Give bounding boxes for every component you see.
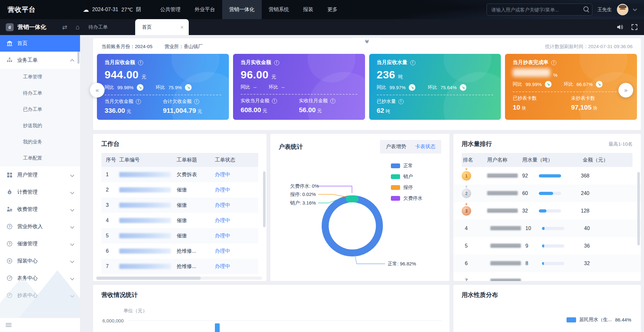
sidebar-item-non-operating-income[interactable]: ? 营业外收入 <box>0 218 80 235</box>
fullscreen-icon[interactable] <box>631 24 638 30</box>
tab-card-meter-status[interactable]: 卡表状态 <box>415 143 435 150</box>
workorder-row[interactable]: 4 催缴 办理中 <box>101 213 258 228</box>
close-icon[interactable]: × <box>180 25 184 30</box>
collapse-panel-button[interactable] <box>353 38 381 44</box>
yoy-value: 99.98% <box>117 85 134 90</box>
info-icon[interactable]: ! <box>136 99 141 104</box>
trend-down-icon: ↘ <box>596 81 603 88</box>
user-name[interactable]: 王先生 <box>597 7 612 13</box>
sidebar-item-business-orders[interactable]: 业务工单 <box>0 52 80 69</box>
info-icon[interactable]: ! <box>272 98 277 104</box>
vertical-scrollbar[interactable] <box>637 172 640 245</box>
status-link[interactable]: 办理中 <box>215 263 250 270</box>
carousel-prev-button[interactable]: « <box>90 83 105 97</box>
weather-temp: 27℃ <box>121 7 133 13</box>
sidebar-item-billing-mgmt[interactable]: 计费管理 <box>0 184 80 201</box>
legend-item-closed[interactable]: 销户 <box>391 173 422 180</box>
search-input[interactable] <box>487 4 592 16</box>
donut-segment-normal[interactable] <box>325 199 379 253</box>
legend-item-suspended[interactable]: 报停 <box>391 184 422 191</box>
workorder-row[interactable]: 7 抢维修... 办理中 <box>101 259 258 274</box>
info-icon[interactable]: ! <box>274 60 279 65</box>
meter-tabs: 户表增势 卡表状态 <box>380 140 441 154</box>
sidebar-item-meter-reading-center[interactable]: 抄表中心 <box>0 287 80 304</box>
info-icon[interactable]: ! <box>551 60 556 65</box>
status-link[interactable]: 办理中 <box>215 233 250 239</box>
info-icon[interactable]: ! <box>410 60 415 65</box>
status-link[interactable]: 办理中 <box>215 248 250 255</box>
callout-normal: 正常: 96.82% <box>388 261 416 266</box>
module-logo: 6 <box>6 23 14 31</box>
chevron-down-icon <box>70 173 74 177</box>
usage-bar <box>542 262 573 265</box>
card-received-amount: 当月实收金额! 96.00元 同比-- 环比-- 实收当月金额! 608.00元… <box>233 54 365 120</box>
nav-item-install[interactable]: 报装 <box>296 0 320 19</box>
chevron-down-icon <box>70 276 74 280</box>
status-link[interactable]: 办理中 <box>215 217 250 224</box>
sidebar-item-user-mgmt[interactable]: 用户管理 <box>0 166 80 184</box>
sidebar-item-home[interactable]: 首页 <box>0 35 80 52</box>
sidebar-subitem-done-orders[interactable]: 已办工单 <box>0 101 80 118</box>
status-link[interactable]: 办理中 <box>215 202 250 209</box>
legend-item-normal[interactable]: 正常 <box>391 162 422 170</box>
status-link[interactable]: 办理中 <box>215 171 250 178</box>
search-icon[interactable] <box>583 6 589 11</box>
trend-down-icon: ↘ <box>409 84 415 91</box>
tab-bar: 6 营销一体化 ⇄ ⌂ 待办工单 首页 × <box>0 19 644 35</box>
redacted-value <box>513 69 550 77</box>
legend-item-arrears-shutoff[interactable]: 欠费停水 <box>391 194 422 202</box>
nav-item-marketing-integration[interactable]: 营销一体化 <box>222 0 262 19</box>
water-nature-panel: 用水性质分布 居民用水（生... 86.44% <box>453 285 641 332</box>
info-icon[interactable]: ! <box>330 98 335 104</box>
ranking-row: ♛3 32 128 <box>462 202 633 220</box>
carousel-next-button[interactable]: » <box>618 83 633 97</box>
tab-meter-growth[interactable]: 户表增势 <box>386 143 406 150</box>
card-value: 96.00 <box>241 69 269 81</box>
weather-condition: 阴 <box>136 6 141 13</box>
workorder-row[interactable]: 1 欠费拆表 办理中 <box>101 167 258 182</box>
nav-item-public-mgmt[interactable]: 公共管理 <box>153 0 188 19</box>
info-icon[interactable]: ! <box>194 99 199 104</box>
tab-home[interactable]: 首页 × <box>135 19 189 35</box>
revenue-bar[interactable] <box>215 323 220 332</box>
card-unit: % <box>553 72 558 78</box>
collapse-menu-icon[interactable] <box>6 323 11 324</box>
nav-item-field-platform[interactable]: 外业平台 <box>188 0 222 19</box>
speaker-icon[interactable] <box>617 24 624 30</box>
vertical-scrollbar[interactable] <box>263 171 266 227</box>
sidebar-item-collection-mgmt[interactable]: ? 催缴管理 <box>0 235 80 252</box>
avatar[interactable] <box>617 4 628 15</box>
ranking-table-header: 排名 用户名称 用水量（吨） 金额（元） <box>462 153 633 167</box>
sidebar-item-label: 首页 <box>17 40 27 47</box>
workorder-no-redacted <box>119 218 177 223</box>
horizontal-scrollbar[interactable] <box>96 277 201 280</box>
install-circle-icon <box>6 258 13 264</box>
nav-item-marketing-system[interactable]: 营销系统 <box>262 0 296 19</box>
sidebar-item-meter-affairs-center[interactable]: 表务中心 <box>0 270 80 287</box>
workorder-row[interactable]: 6 抢维修... 办理中 <box>101 243 258 259</box>
card-value: 236 <box>377 69 395 81</box>
info-icon[interactable]: ! <box>399 99 404 104</box>
sidebar-subitem-order-config[interactable]: 工单配置 <box>0 150 80 166</box>
workorder-row[interactable]: 3 催缴 办理中 <box>101 198 258 213</box>
workorder-row[interactable]: 5 催缴 办理中 <box>101 228 258 243</box>
nav-item-more[interactable]: 更多 <box>320 0 345 19</box>
sidebar-item-fee-mgmt[interactable]: 收费管理 <box>0 201 80 218</box>
sidebar-subitem-cc-me[interactable]: 抄送我的 <box>0 118 80 134</box>
legend-item-residential-water[interactable]: 居民用水（生... 86.44% <box>567 317 631 323</box>
sidebar-subitem-todo-orders[interactable]: 待办工单 <box>0 85 80 101</box>
sidebar-subitem-order-mgmt[interactable]: 工单管理 <box>0 69 80 85</box>
chevron-down-icon[interactable] <box>633 7 637 11</box>
home-icon[interactable]: ⌂ <box>76 23 80 31</box>
user-name-redacted <box>487 209 522 213</box>
quick-link-todo-orders[interactable]: 待办工单 <box>89 24 108 30</box>
switch-module-icon[interactable]: ⇄ <box>62 24 67 31</box>
status-link[interactable]: 办理中 <box>215 187 250 193</box>
sidebar-subitem-my-business[interactable]: 我的业务 <box>0 134 80 150</box>
sidebar-item-label: 收费管理 <box>17 206 38 213</box>
panel-title: 营收情况统计 <box>101 291 138 299</box>
info-icon[interactable]: ! <box>138 60 143 65</box>
workorder-row[interactable]: 2 催缴 办理中 <box>101 182 258 198</box>
sidebar-item-install-center[interactable]: 报装中心 <box>0 252 80 270</box>
bank-icon <box>6 40 13 47</box>
